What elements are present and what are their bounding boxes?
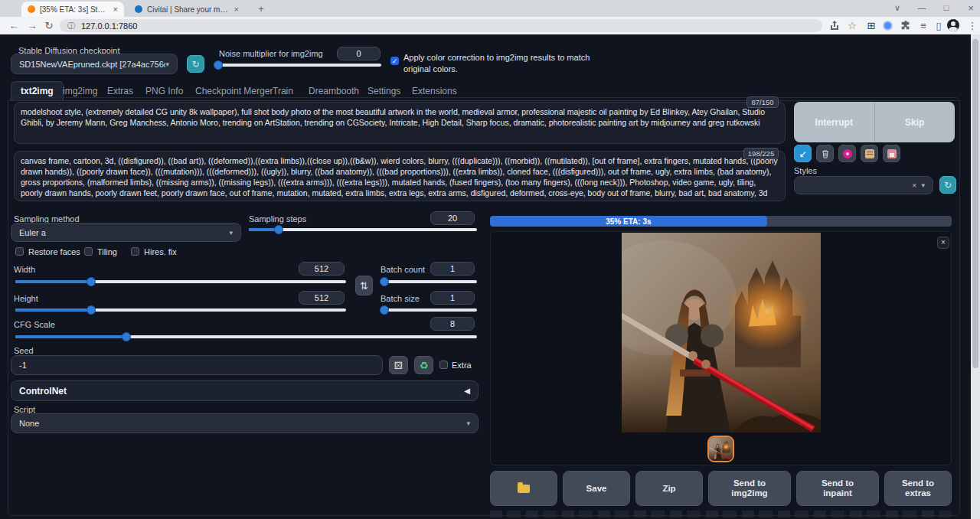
- extra-networks-icon: [843, 149, 852, 158]
- width-value[interactable]: 512: [299, 262, 345, 276]
- save-style-button[interactable]: [883, 145, 900, 162]
- skip-button[interactable]: Skip: [875, 102, 956, 142]
- tiling-checkbox[interactable]: [84, 247, 93, 256]
- reload-icon[interactable]: ↻: [41, 18, 57, 33]
- cfg-scale-slider[interactable]: [15, 332, 477, 341]
- share-icon[interactable]: [829, 20, 840, 31]
- controlnet-accordion[interactable]: ControlNet ◀: [11, 380, 479, 401]
- batch-size-slider[interactable]: [381, 305, 477, 315]
- slider-handle[interactable]: [122, 332, 131, 341]
- extra-seed-label: Extra: [452, 361, 472, 370]
- refresh-styles-button[interactable]: ↻: [939, 176, 956, 194]
- refresh-icon: ↻: [191, 59, 199, 70]
- seed-input[interactable]: -1: [11, 355, 383, 375]
- batch-count-value[interactable]: 1: [430, 262, 475, 276]
- dice-icon: ⚄: [394, 360, 403, 371]
- extra-seed-checkbox[interactable]: [439, 361, 448, 369]
- batch-count-slider[interactable]: [381, 277, 477, 286]
- script-dropdown[interactable]: None▾: [11, 413, 479, 433]
- clear-icon[interactable]: ×: [912, 181, 916, 190]
- prompt-textarea[interactable]: modelshoot style, (extremely detailed CG…: [14, 102, 786, 144]
- send-to-extras-button[interactable]: Send to extras: [884, 471, 952, 506]
- styles-dropdown[interactable]: × ▾: [794, 176, 933, 194]
- interrupt-button[interactable]: Interrupt: [794, 102, 874, 142]
- negative-token-counter: 198/225: [743, 148, 779, 159]
- window-minimize-icon[interactable]: —: [910, 0, 934, 17]
- gallery-close-icon[interactable]: ×: [937, 237, 949, 249]
- forward-icon[interactable]: →: [24, 18, 40, 33]
- slider-handle[interactable]: [87, 305, 96, 315]
- new-tab-button[interactable]: +: [254, 2, 268, 16]
- paste-generation-params-button[interactable]: ↙: [794, 145, 812, 162]
- swap-dimensions-button[interactable]: ⇅: [355, 276, 373, 295]
- window-close-icon[interactable]: ×: [959, 0, 980, 17]
- clear-prompt-button[interactable]: [816, 145, 834, 162]
- hires-fix-checkbox[interactable]: [131, 247, 139, 256]
- send-to-img2img-button[interactable]: Send to img2img: [708, 471, 791, 506]
- open-folder-button[interactable]: [490, 471, 557, 506]
- tab-close-icon[interactable]: ×: [234, 5, 239, 14]
- slider-handle[interactable]: [274, 225, 283, 234]
- extra-networks-button[interactable]: [838, 145, 856, 162]
- width-slider[interactable]: [15, 277, 346, 286]
- refresh-icon: ↻: [944, 180, 952, 191]
- extension-grid-icon[interactable]: ⊞: [864, 18, 879, 33]
- browser-tab-civitai[interactable]: Civitai | Share your models ×: [129, 2, 245, 17]
- address-bar[interactable]: ⓘ 127.0.0.1:7860: [60, 19, 822, 32]
- slider-handle[interactable]: [87, 277, 96, 286]
- send-to-inpaint-button[interactable]: Send to inpaint: [796, 471, 879, 506]
- browser-menu-icon[interactable]: ⋮: [965, 18, 980, 33]
- refresh-checkpoints-button[interactable]: ↻: [187, 55, 204, 73]
- random-seed-button[interactable]: ⚄: [389, 356, 408, 374]
- batch-size-label: Batch size: [381, 294, 420, 303]
- sampling-steps-slider[interactable]: [249, 225, 477, 234]
- reading-list-icon[interactable]: ≡: [916, 18, 931, 33]
- color-correction-checkbox[interactable]: ✓: [390, 57, 399, 65]
- slider-handle[interactable]: [380, 277, 389, 286]
- side-panel-icon[interactable]: ▯: [931, 18, 946, 33]
- restore-faces-checkbox[interactable]: [15, 247, 24, 256]
- site-info-icon[interactable]: ⓘ: [67, 21, 75, 31]
- save-button[interactable]: Save: [563, 471, 630, 506]
- window-restore-caret-icon[interactable]: ∨: [885, 0, 910, 17]
- window-maximize-icon[interactable]: □: [934, 0, 959, 17]
- generated-image[interactable]: [622, 233, 821, 432]
- slider-handle[interactable]: [380, 305, 389, 315]
- noise-multiplier-slider[interactable]: [215, 60, 381, 70]
- negative-prompt-textarea[interactable]: canvas frame, cartoon, 3d, ((disfigured)…: [14, 151, 786, 201]
- bookmark-star-icon[interactable]: ☆: [844, 18, 860, 33]
- width-label: Width: [14, 265, 35, 274]
- browser-tab-title: Civitai | Share your models: [147, 5, 228, 14]
- checkpoint-dropdown[interactable]: SD15NewVAEpruned.ckpt [27a4ac756c] ▾: [11, 54, 178, 74]
- zip-button[interactable]: Zip: [635, 471, 703, 506]
- paste-arrow-icon: ↙: [799, 149, 806, 159]
- screen: [35% ETA: 3s] Stable Diffusion × Civitai…: [0, 0, 980, 519]
- apply-style-button[interactable]: [861, 145, 878, 162]
- noise-multiplier-value[interactable]: 0: [337, 47, 381, 60]
- seed-label: Seed: [14, 346, 34, 355]
- cfg-scale-value[interactable]: 8: [430, 317, 475, 331]
- recycle-icon: ♻: [420, 360, 429, 371]
- slider-handle[interactable]: [214, 60, 223, 70]
- scrollbar-thumb[interactable]: [972, 39, 978, 368]
- generation-info-text: [490, 511, 952, 517]
- styles-label: Styles: [794, 166, 817, 175]
- height-slider[interactable]: [15, 305, 346, 315]
- gallery-thumbnail[interactable]: [707, 436, 734, 462]
- height-value[interactable]: 512: [299, 291, 345, 305]
- sampling-steps-value[interactable]: 20: [430, 211, 475, 225]
- profile-avatar[interactable]: [947, 19, 959, 31]
- sampling-method-dropdown[interactable]: Euler a▾: [11, 223, 241, 242]
- back-icon[interactable]: ←: [6, 18, 21, 33]
- extensions-puzzle-icon[interactable]: [900, 20, 911, 31]
- browser-tab-stable-diffusion[interactable]: [35% ETA: 3s] Stable Diffusion ×: [21, 2, 124, 17]
- reuse-seed-button[interactable]: ♻: [414, 356, 433, 374]
- civitai-favicon: [135, 5, 142, 13]
- tab-close-icon[interactable]: ×: [113, 5, 118, 14]
- page-scrollbar[interactable]: [971, 34, 980, 519]
- height-label: Height: [14, 294, 38, 303]
- swap-icon: ⇅: [360, 280, 368, 292]
- batch-size-value[interactable]: 1: [430, 291, 475, 305]
- extension-blue-dot-icon[interactable]: [883, 21, 893, 31]
- restore-faces-label: Restore faces: [28, 247, 80, 256]
